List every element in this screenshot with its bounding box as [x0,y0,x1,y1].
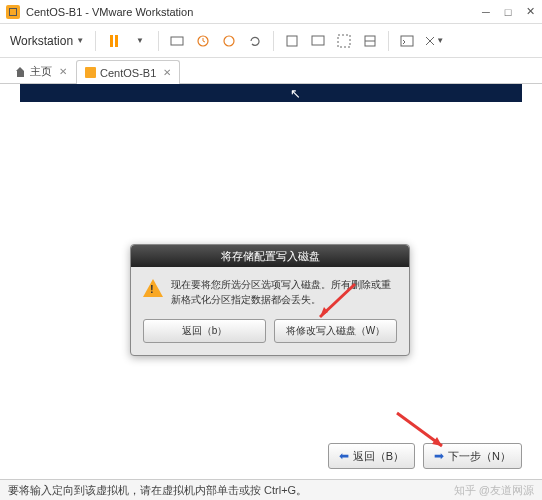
snapshot-button[interactable] [192,30,214,52]
tab-home[interactable]: 主页 ✕ [6,59,76,83]
revert-button[interactable] [244,30,266,52]
workstation-menu[interactable]: Workstation ▼ [6,31,88,51]
expand-icon [422,33,436,49]
vm-display-area[interactable]: ↖ 将存储配置写入磁盘 现在要将您所选分区选项写入磁盘。所有删除或重新格式化分区… [0,84,542,479]
fullscreen-button[interactable] [333,30,355,52]
window-icon [284,33,300,49]
dialog-back-button[interactable]: 返回（b） [143,319,266,343]
watermark: 知乎 @友道网源 [454,483,534,498]
view-dropdown[interactable]: ▼ [422,30,444,52]
pause-button[interactable] [103,30,125,52]
window-title: CentOS-B1 - VMware Workstation [26,6,480,18]
toolbar: Workstation ▼ ▼ ▼ [0,24,542,58]
chevron-down-icon: ▼ [136,36,144,45]
separator [388,31,389,51]
status-hint: 要将输入定向到该虚拟机，请在虚拟机内部单击或按 Ctrl+G。 [8,483,307,498]
stretch-button[interactable] [359,30,381,52]
app-icon [6,5,20,19]
console-icon [310,33,326,49]
cursor-icon: ↖ [290,86,301,101]
clock-icon [195,33,211,49]
vm-icon [85,67,96,78]
send-ctrl-alt-del-button[interactable] [166,30,188,52]
pause-icon [110,35,118,47]
chevron-down-icon: ▼ [76,36,84,45]
close-icon[interactable]: ✕ [163,67,171,78]
stretch-icon [362,33,378,49]
tabbar: 主页 ✕ CentOS-B1 ✕ [0,58,542,84]
dialog-title: 将存储配置写入磁盘 [131,245,409,267]
svg-rect-5 [338,35,350,47]
separator [273,31,274,51]
wizard-next-button[interactable]: 下一步（N） [423,443,522,469]
keyboard-icon [169,33,185,49]
wizard-back-button[interactable]: 返回（B） [328,443,415,469]
separator [95,31,96,51]
wizard-next-label: 下一步（N） [448,449,511,464]
installer-header-bar [20,84,522,102]
close-icon[interactable]: ✕ [59,66,67,77]
wizard-back-label: 返回（B） [353,449,404,464]
maximize-button[interactable]: □ [502,6,514,18]
tab-vm[interactable]: CentOS-B1 ✕ [76,60,180,84]
minimize-button[interactable]: ─ [480,6,492,18]
write-to-disk-dialog: 将存储配置写入磁盘 现在要将您所选分区选项写入磁盘。所有删除或重新格式化分区指定… [130,244,410,356]
workstation-menu-label: Workstation [10,34,73,48]
svg-rect-0 [171,37,183,45]
terminal-button[interactable] [396,30,418,52]
unity-button[interactable] [281,30,303,52]
tab-home-label: 主页 [30,64,52,79]
revert-icon [247,33,263,49]
power-dropdown[interactable]: ▼ [129,30,151,52]
chevron-down-icon: ▼ [436,36,444,45]
warning-icon [143,279,163,297]
tab-vm-label: CentOS-B1 [100,67,156,79]
svg-rect-7 [401,36,413,46]
snapshot-manager-icon [221,33,237,49]
snapshot-manager-button[interactable] [218,30,240,52]
svg-rect-3 [287,36,297,46]
statusbar: 要将输入定向到该虚拟机，请在虚拟机内部单击或按 Ctrl+G。 知乎 @友道网源 [0,479,542,500]
dialog-write-button[interactable]: 将修改写入磁盘（W） [274,319,397,343]
terminal-icon [399,33,415,49]
close-button[interactable]: ✕ [524,6,536,18]
dialog-message: 现在要将您所选分区选项写入磁盘。所有删除或重新格式化分区指定数据都会丢失。 [171,277,397,307]
fullscreen-icon [336,33,352,49]
separator [158,31,159,51]
svg-point-2 [224,36,234,46]
console-button[interactable] [307,30,329,52]
titlebar: CentOS-B1 - VMware Workstation ─ □ ✕ [0,0,542,24]
svg-rect-4 [312,36,324,45]
home-icon [15,67,26,77]
